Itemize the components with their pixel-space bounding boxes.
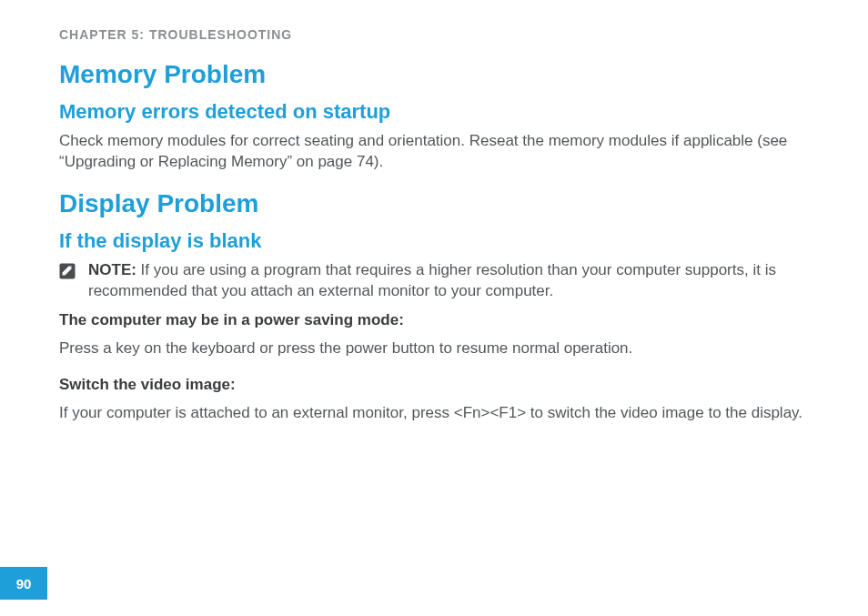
body-text-switch-video: If your computer is attached to an exter… <box>59 403 809 424</box>
note-icon <box>59 263 76 279</box>
note-body: If you are using a program that requires… <box>88 261 776 299</box>
body-text-memory: Check memory modules for correct seating… <box>59 131 809 173</box>
document-page: CHAPTER 5: TROUBLESHOOTING Memory Proble… <box>0 0 868 424</box>
page-number: 90 <box>16 576 32 591</box>
svg-rect-0 <box>60 263 76 278</box>
bold-line-power-saving: The computer may be in a power saving mo… <box>59 311 809 329</box>
note-block: NOTE: If you are using a program that re… <box>59 260 809 302</box>
subsection-title-display-blank: If the display is blank <box>59 229 809 253</box>
bold-line-switch-video: Switch the video image: <box>59 376 809 394</box>
section-title-memory-problem: Memory Problem <box>59 60 809 89</box>
chapter-heading: CHAPTER 5: TROUBLESHOOTING <box>59 27 809 42</box>
note-text: NOTE: If you are using a program that re… <box>88 260 809 302</box>
section-title-display-problem: Display Problem <box>59 189 809 218</box>
body-text-power-saving: Press a key on the keyboard or press the… <box>59 338 809 359</box>
subsection-title-memory-errors: Memory errors detected on startup <box>59 100 809 124</box>
note-label: NOTE: <box>88 261 136 278</box>
page-number-tab: 90 <box>0 567 47 600</box>
